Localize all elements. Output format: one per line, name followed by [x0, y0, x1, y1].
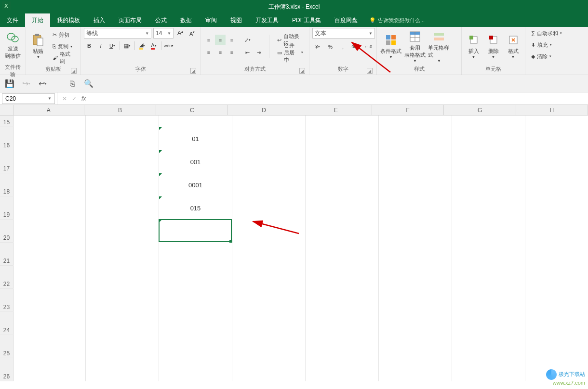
cell[interactable] [306, 150, 379, 173]
increase-indent-button[interactable]: ⇥ [254, 47, 264, 58]
percent-format-button[interactable]: % [325, 41, 335, 52]
cell[interactable] [232, 335, 306, 358]
underline-button[interactable]: U▾ [107, 40, 118, 51]
cell[interactable] [232, 173, 306, 196]
cell[interactable] [86, 220, 159, 243]
cell[interactable] [13, 173, 86, 196]
row-header[interactable]: 18 [0, 173, 13, 196]
number-format-combo[interactable]: 文本▼ [312, 28, 375, 39]
cell[interactable] [159, 312, 232, 335]
comma-format-button[interactable]: , [338, 41, 348, 52]
fx-icon[interactable]: fx [81, 95, 86, 102]
cell[interactable] [306, 173, 379, 196]
cell[interactable] [86, 358, 159, 381]
row-header[interactable]: 20 [0, 220, 13, 243]
orientation-button[interactable]: ⤢▾ [242, 35, 253, 45]
column-header[interactable]: E [300, 105, 372, 116]
column-header[interactable]: A [13, 105, 84, 116]
column-header[interactable]: C [156, 105, 228, 116]
cell[interactable] [379, 220, 452, 243]
cell[interactable] [452, 116, 525, 127]
cell[interactable] [525, 220, 588, 243]
column-header[interactable]: H [516, 105, 588, 116]
cut-button[interactable]: ✂剪切 [50, 29, 78, 40]
row-header[interactable]: 26 [0, 358, 13, 381]
clear-button[interactable]: ◆清除▾ [528, 51, 554, 62]
cell[interactable] [232, 150, 306, 173]
cell[interactable] [306, 196, 379, 220]
cell[interactable] [452, 150, 525, 173]
cell[interactable] [379, 127, 452, 150]
number-dialog-launcher[interactable]: ◢ [367, 68, 373, 74]
cell[interactable] [159, 289, 232, 312]
print-preview-button[interactable]: 🔍 [84, 79, 94, 89]
cell[interactable] [232, 289, 306, 312]
cell[interactable] [306, 220, 379, 243]
phonetic-button[interactable]: wén▾ [163, 40, 174, 51]
formula-input[interactable] [91, 94, 588, 104]
font-size-combo[interactable]: 14▼ [153, 28, 174, 39]
font-color-button[interactable]: A▾ [148, 40, 159, 51]
tab-home[interactable]: 开始 [25, 13, 50, 27]
worksheet[interactable]: ABCDEFGH15160117001180001190152021222324… [0, 105, 588, 389]
tab-pagelayout[interactable]: 页面布局 [112, 13, 148, 27]
row-header[interactable]: 25 [0, 335, 13, 358]
cell[interactable] [452, 243, 525, 266]
decrease-indent-button[interactable]: ⇤ [242, 47, 253, 58]
cancel-formula-button[interactable]: ✕ [62, 95, 67, 102]
cell[interactable] [13, 116, 86, 127]
cell[interactable] [306, 358, 379, 381]
align-right-button[interactable]: ≡ [227, 47, 237, 58]
cell[interactable] [452, 358, 525, 381]
cell[interactable] [86, 173, 159, 196]
cell[interactable]: 0001 [159, 173, 232, 196]
merge-center-button[interactable]: ▭合并后居中▾ [274, 47, 306, 58]
column-header[interactable]: F [372, 105, 444, 116]
undo-button[interactable]: ↩▾ [38, 79, 47, 89]
cell[interactable] [159, 358, 232, 381]
cell[interactable] [86, 289, 159, 312]
cell[interactable] [86, 116, 159, 127]
border-button[interactable]: ▦▾ [122, 40, 133, 51]
cell[interactable] [525, 243, 588, 266]
column-header[interactable]: G [444, 105, 516, 116]
cell[interactable] [13, 196, 86, 220]
name-box[interactable]: C20▼ [2, 93, 55, 104]
cell[interactable] [232, 220, 306, 243]
cell[interactable] [306, 116, 379, 127]
cell[interactable] [379, 150, 452, 173]
align-dialog-launcher[interactable]: ◢ [299, 68, 305, 74]
cell[interactable] [452, 196, 525, 220]
font-dialog-launcher[interactable]: ◢ [190, 68, 196, 74]
tab-formulas[interactable]: 公式 [148, 13, 174, 27]
cell[interactable]: 001 [159, 150, 232, 173]
cell[interactable] [232, 312, 306, 335]
tab-file[interactable]: 文件 [0, 13, 25, 27]
enter-formula-button[interactable]: ✓ [72, 95, 77, 102]
cell[interactable] [525, 116, 588, 127]
cell-styles-button[interactable]: 单元格样式▼ [428, 29, 450, 64]
align-left-button[interactable]: ≡ [203, 47, 214, 58]
cell[interactable] [13, 220, 86, 243]
align-center-button[interactable]: ≡ [215, 47, 226, 58]
row-header[interactable]: 16 [0, 127, 13, 150]
cell[interactable] [306, 243, 379, 266]
column-header[interactable]: B [84, 105, 156, 116]
row-header[interactable]: 23 [0, 289, 13, 312]
cell[interactable] [159, 266, 232, 289]
format-painter-button[interactable]: 🖌格式刷 [50, 52, 78, 63]
cell[interactable] [306, 335, 379, 358]
cell[interactable] [452, 173, 525, 196]
decrease-decimal-button[interactable]: ←.0 [363, 41, 374, 52]
format-as-table-button[interactable]: 套用 表格格式▼ [404, 29, 426, 64]
select-all-corner[interactable] [0, 105, 13, 116]
align-middle-button[interactable]: ≡ [215, 35, 226, 45]
cell[interactable] [232, 196, 306, 220]
cell[interactable] [525, 289, 588, 312]
tab-mytemplates[interactable]: 我的模板 [50, 13, 87, 27]
row-header[interactable]: 21 [0, 243, 13, 266]
tab-baidudisk[interactable]: 百度网盘 [328, 13, 364, 27]
cell[interactable] [159, 220, 232, 243]
row-header[interactable]: 24 [0, 312, 13, 335]
column-header[interactable]: D [228, 105, 300, 116]
